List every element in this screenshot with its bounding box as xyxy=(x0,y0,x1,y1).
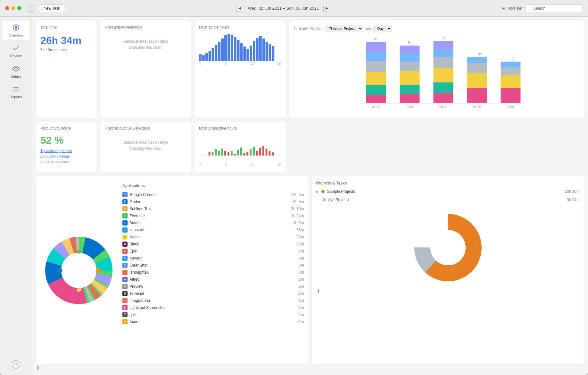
time-granularity-select[interactable]: Day xyxy=(373,25,392,32)
svg-rect-10 xyxy=(212,48,214,61)
svg-rect-9 xyxy=(209,51,211,61)
svg-rect-49 xyxy=(434,57,453,68)
productivity-note: for better accuracy. xyxy=(40,159,92,163)
safari-icon: S xyxy=(122,220,128,226)
svg-rect-51 xyxy=(434,82,453,93)
minimize-button[interactable] xyxy=(11,6,15,10)
overview-icon xyxy=(12,23,21,32)
svg-rect-79 xyxy=(234,154,236,156)
svg-rect-11 xyxy=(215,45,217,61)
time-per-project-title: Time per Project xyxy=(294,26,322,31)
svg-rect-85 xyxy=(266,149,268,156)
app-item-lightshot: LLightshot Screenshot 1m xyxy=(122,304,304,311)
per-label: per xyxy=(366,27,371,30)
most-productive-hours-title: Most productive hours xyxy=(199,126,281,131)
app-item-sublime: SSublime Text 3h 10m xyxy=(122,205,304,212)
time-per-project-select[interactable]: Time per Project xyxy=(325,25,363,32)
svg-rect-56 xyxy=(467,88,487,103)
newton-icon: N xyxy=(122,256,128,261)
close-button[interactable] xyxy=(5,6,9,10)
svg-rect-16 xyxy=(231,35,233,61)
search-input[interactable] xyxy=(525,4,583,12)
svg-rect-78 xyxy=(228,152,229,156)
epic-icon: E xyxy=(122,249,128,254)
projects-share-button[interactable]: ⬆ xyxy=(316,288,320,294)
sample-project-time: 23h 10m xyxy=(565,189,580,194)
sidebar-item-details-label: Details xyxy=(11,74,21,78)
svg-rect-27 xyxy=(266,42,268,61)
hours-bar-chart xyxy=(199,32,281,61)
details-icon xyxy=(12,64,21,73)
acorn-icon: A xyxy=(122,319,128,324)
sidebar-item-reports[interactable]: Reports xyxy=(2,82,30,101)
svg-rect-53 xyxy=(467,57,487,63)
sidebar-item-review[interactable]: Review xyxy=(2,41,30,60)
sublime-icon: S xyxy=(122,206,128,211)
total-time-card: Total time 26h 34m 5h 18m per day xyxy=(36,21,97,118)
ithoughts-icon: i xyxy=(122,270,128,275)
svg-rect-57 xyxy=(501,62,521,67)
svg-rect-87 xyxy=(272,152,274,156)
svg-rect-12 xyxy=(218,42,220,61)
axis-label-0: 0 xyxy=(200,62,202,65)
svg-rect-52 xyxy=(434,93,453,103)
per-day-value: 5h 18m xyxy=(40,48,53,52)
svg-rect-48 xyxy=(434,50,453,57)
app-item-alfred: AAlfred 3m xyxy=(122,276,304,283)
sidebar-item-details[interactable]: Details xyxy=(2,62,30,81)
svg-rect-14 xyxy=(224,35,227,61)
nav-next-button[interactable]: ▶ xyxy=(323,5,330,12)
app-item-imagealpha: IImageAlpha 1m xyxy=(122,297,304,304)
sidebar-item-review-label: Review xyxy=(10,54,21,58)
svg-point-104 xyxy=(430,230,466,265)
svg-rect-59 xyxy=(501,75,521,88)
preview-icon: P xyxy=(122,284,128,289)
app-item-ithoughts: iiThoughtsX 3m xyxy=(122,269,304,276)
alfred-icon: A xyxy=(122,277,128,282)
total-time-title: Total time xyxy=(40,25,92,30)
productivity-score-value: 52 % xyxy=(40,134,92,146)
filter-label: No Filter xyxy=(508,6,523,11)
productivity-link[interactable]: Try adjusting projectproductivity rating… xyxy=(40,149,72,158)
svg-rect-76 xyxy=(209,152,211,156)
tyke-icon: T xyxy=(122,312,128,317)
svg-rect-80 xyxy=(243,153,245,156)
svg-text:🟢: 🟢 xyxy=(77,249,81,254)
axis-label-12: 12 xyxy=(250,62,254,65)
imagealpha-icon: I xyxy=(122,298,128,303)
total-time-value: 26h 34m xyxy=(40,35,92,47)
svg-text:06/06: 06/06 xyxy=(507,105,515,109)
svg-text:03/06: 03/06 xyxy=(406,105,414,109)
projects-donut-container xyxy=(316,209,580,286)
productivity-score-card: Productivity score 52 % Try adjusting pr… xyxy=(36,122,97,173)
sidebar-item-overview[interactable]: Overview xyxy=(2,21,30,40)
svg-rect-28 xyxy=(269,44,271,61)
svg-rect-17 xyxy=(234,37,236,61)
main-layout: Overview Review Details Reports xyxy=(0,17,588,375)
svg-rect-47 xyxy=(434,41,453,50)
sidebar-toggle-button[interactable]: ⊟ xyxy=(27,5,35,12)
project-expand-arrow[interactable]: ▶ xyxy=(316,190,319,193)
svg-point-1 xyxy=(15,26,17,29)
app-share-button[interactable]: ⬆ xyxy=(36,365,40,371)
time-project-chart: 6h 6h 7h 3h 2h xyxy=(294,36,580,114)
svg-text:📁: 📁 xyxy=(76,287,82,293)
per-day-label: per day xyxy=(54,48,67,52)
app-item-terminal: $Terminal 2m xyxy=(122,290,304,297)
new-task-button[interactable]: New Task xyxy=(39,4,65,12)
svg-rect-69 xyxy=(218,151,220,156)
no-project-time: 3h 24m xyxy=(567,198,580,202)
app-item-newton: NNewton 6m xyxy=(122,255,304,262)
svg-rect-42 xyxy=(400,54,420,62)
help-button[interactable]: ? xyxy=(12,360,20,369)
nav-arrows: ◀ Wed, 02 Jun 2021 – Sun, 06 Jun 2021 ▶ xyxy=(236,5,330,12)
notes-icon: N xyxy=(122,234,128,240)
svg-text:🔵: 🔵 xyxy=(57,268,63,273)
app-item-chrome: GGoogle Chrome 12h 6m xyxy=(122,191,304,198)
app-item-cleanshot: CCleanShot 3m xyxy=(122,262,304,269)
axis-label-6: 6 xyxy=(225,62,227,65)
svg-rect-50 xyxy=(434,68,453,82)
nav-prev-button[interactable]: ◀ xyxy=(236,5,243,12)
maximize-button[interactable] xyxy=(17,6,21,10)
svg-text:05/06: 05/06 xyxy=(473,105,481,109)
